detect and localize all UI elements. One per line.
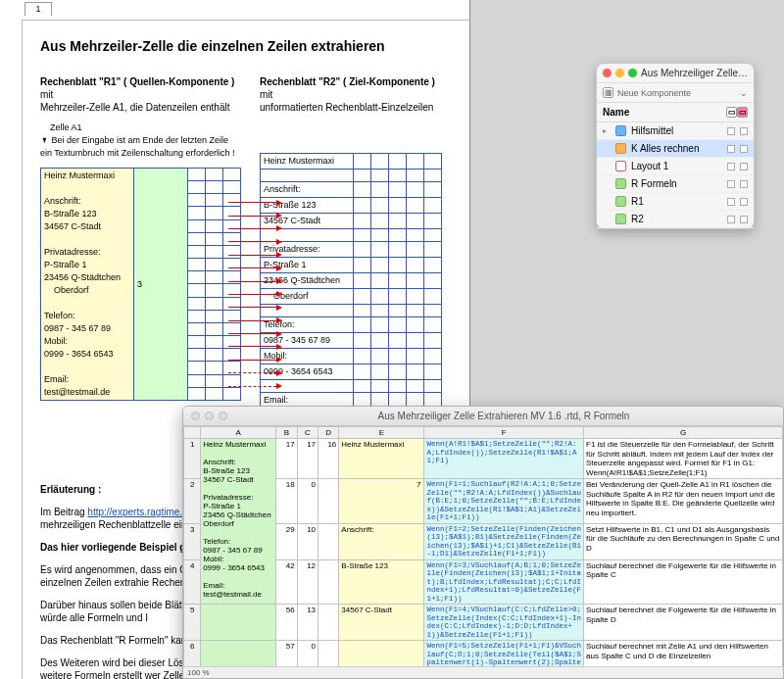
page-tab-1[interactable]: 1 bbox=[24, 2, 52, 16]
cell-d[interactable]: 16 bbox=[318, 439, 339, 479]
palette-item[interactable]: ▸Hilfsmittel bbox=[597, 122, 754, 140]
cell-e[interactable] bbox=[339, 641, 424, 667]
cell-e[interactable]: 34567 C-Stadt bbox=[339, 605, 424, 641]
new-component-icon: ▦ bbox=[603, 87, 613, 98]
cell-b[interactable]: 57 bbox=[276, 641, 298, 667]
spreadsheet-window[interactable]: Aus Mehrzeiliger Zelle Extrahieren MV 1.… bbox=[182, 406, 784, 679]
col-header[interactable]: B bbox=[276, 427, 298, 439]
zoom-icon[interactable] bbox=[219, 412, 227, 420]
cell-d[interactable] bbox=[318, 559, 339, 605]
cell-b[interactable]: 56 bbox=[276, 605, 298, 641]
inventory-palette[interactable]: Aus Mehrzeiliger Zelle… ▦ Neue Komponent… bbox=[596, 63, 755, 229]
component-icon bbox=[615, 161, 626, 171]
cell-f[interactable]: Wenn(F1=1;Suchlauf(R2!A:A;1;0;SetzeZelle… bbox=[424, 479, 584, 524]
cell-f[interactable]: Wenn(F1=4;VSuchlauf(C:C;LfdZelle>0;Setze… bbox=[424, 605, 584, 641]
palette-column-header[interactable]: Name ▭ ▭ bbox=[597, 103, 754, 122]
cell-c[interactable]: 10 bbox=[297, 523, 318, 559]
cell-a[interactable]: Heinz Mustermaxi Anschrift: B-Straße 123… bbox=[201, 439, 276, 605]
cell-e[interactable]: B-Straße 123 bbox=[339, 559, 424, 605]
palette-check-2[interactable] bbox=[740, 216, 748, 223]
palette-item[interactable]: K Alles rechnen bbox=[597, 140, 754, 158]
chevron-down-icon[interactable]: ⌄ bbox=[740, 88, 748, 98]
row-header[interactable]: 2 bbox=[184, 479, 201, 524]
spreadsheet-titlebar[interactable]: Aus Mehrzeiliger Zelle Extrahieren MV 1.… bbox=[183, 407, 783, 426]
arrow-group bbox=[228, 196, 282, 393]
row-header[interactable]: 4 bbox=[184, 559, 201, 605]
corner-cell[interactable] bbox=[184, 427, 201, 439]
cell-f[interactable]: Wenn(A!R1!$A$1;SetzeZelle("";R2!A:A;LfdI… bbox=[424, 439, 584, 479]
cell-d[interactable] bbox=[318, 523, 339, 559]
row-header[interactable]: 6 bbox=[184, 641, 201, 667]
palette-titlebar[interactable]: Aus Mehrzeiliger Zelle… bbox=[597, 64, 754, 83]
cell-c[interactable]: 12 bbox=[297, 559, 318, 605]
palette-check-1[interactable] bbox=[727, 145, 735, 153]
minimize-icon[interactable] bbox=[205, 412, 214, 420]
close-icon[interactable] bbox=[191, 412, 200, 420]
new-component-row[interactable]: ▦ Neue Komponente ⌄ bbox=[597, 83, 754, 103]
cell-g[interactable]: Suchlauf berechnet mit Zelle A1 und den … bbox=[584, 641, 783, 667]
cell-d[interactable] bbox=[318, 605, 339, 641]
palette-check-2[interactable] bbox=[740, 163, 748, 170]
disclosure-icon[interactable]: ▸ bbox=[603, 126, 611, 135]
r1-sheet[interactable]: Heinz Mustermaxi Anschrift: B-Straße 123… bbox=[40, 168, 241, 401]
col-header[interactable]: D bbox=[318, 427, 339, 439]
palette-check-2[interactable] bbox=[740, 180, 748, 188]
cell-e[interactable]: Heinz Mustermaxi bbox=[339, 439, 424, 479]
col-header[interactable]: A bbox=[201, 427, 276, 439]
palette-check-1[interactable] bbox=[727, 198, 735, 206]
palette-check-1[interactable] bbox=[727, 127, 735, 135]
palette-check-1[interactable] bbox=[727, 163, 735, 170]
palette-item[interactable]: R2 bbox=[597, 211, 754, 228]
cell-g[interactable]: Bei Veränderung der Quell-Zelle A1 in R1… bbox=[584, 479, 783, 524]
cell-b[interactable]: 29 bbox=[276, 523, 298, 559]
row-header[interactable]: 5 bbox=[184, 605, 201, 641]
palette-check-1[interactable] bbox=[727, 180, 735, 188]
r2-cell[interactable]: Heinz Mustermaxi bbox=[261, 154, 354, 170]
cell-b[interactable]: 17 bbox=[276, 439, 298, 479]
cell-g[interactable]: F1 ist die Steuerzelle für den Formelabl… bbox=[584, 439, 783, 479]
row-header[interactable]: 1 bbox=[184, 439, 201, 479]
cell-b[interactable]: 18 bbox=[276, 479, 298, 524]
cell-c[interactable]: 17 bbox=[297, 439, 318, 479]
close-icon[interactable] bbox=[603, 69, 612, 77]
cell-d[interactable] bbox=[318, 641, 339, 667]
palette-col-icon-1[interactable]: ▭ bbox=[726, 107, 737, 118]
palette-item[interactable]: Layout 1 bbox=[597, 158, 754, 175]
cell-a[interactable] bbox=[201, 641, 276, 667]
right-column: Rechenblatt "R2" ( Ziel-Komponente ) mit… bbox=[260, 75, 462, 424]
palette-check-2[interactable] bbox=[740, 198, 748, 206]
cell-c[interactable]: 13 bbox=[297, 605, 318, 641]
cell-e[interactable]: 7 bbox=[339, 479, 424, 524]
palette-check-2[interactable] bbox=[740, 145, 748, 153]
minimize-icon[interactable] bbox=[615, 69, 624, 77]
col-header[interactable]: G bbox=[584, 427, 783, 439]
palette-item[interactable]: R1 bbox=[597, 193, 754, 211]
cell-f[interactable]: Wenn(F1=2;SetzeZelle(Finden(Zeichen(13);… bbox=[424, 523, 584, 559]
cell-b[interactable]: 42 bbox=[276, 559, 298, 605]
palette-check-1[interactable] bbox=[727, 216, 735, 223]
cell-c[interactable]: 0 bbox=[297, 641, 318, 667]
palette-col-icon-2[interactable]: ▭ bbox=[737, 107, 748, 118]
row-header[interactable]: 3 bbox=[184, 523, 201, 559]
cell-e[interactable]: Anschrift: bbox=[339, 523, 424, 559]
r2-cell[interactable] bbox=[261, 170, 354, 182]
cell-g[interactable]: Suchlauf berechnet die Folgewerte für di… bbox=[584, 605, 783, 641]
r2-sheet[interactable]: Heinz MustermaxiAnschrift:B-Straße 12334… bbox=[260, 153, 442, 424]
palette-check-2[interactable] bbox=[740, 127, 748, 135]
zoom-icon[interactable] bbox=[628, 69, 637, 77]
cell-g[interactable]: Setzt Hilfswerte in B1, C1 und D1 als Au… bbox=[584, 523, 783, 559]
col-header[interactable]: E bbox=[339, 427, 424, 439]
cell-f[interactable]: Wenn(F1=3;VSuchlauf(A;B;1;0;SetzeZelle(F… bbox=[424, 559, 584, 605]
cell-c[interactable]: 0 bbox=[297, 479, 318, 524]
palette-item[interactable]: R Formeln bbox=[597, 175, 754, 193]
cell-d[interactable] bbox=[318, 479, 339, 524]
r1-cell-a1[interactable]: Heinz Mustermaxi Anschrift: B-Straße 123… bbox=[41, 169, 134, 401]
cell-g[interactable]: Suchlauf berechnet die Folgewerte für di… bbox=[584, 559, 783, 605]
spreadsheet-grid[interactable]: ABCDEFG1Heinz Mustermaxi Anschrift: B-St… bbox=[183, 426, 783, 666]
zoom-level[interactable]: 100 % bbox=[187, 668, 210, 677]
cell-a[interactable] bbox=[201, 605, 276, 641]
cell-f[interactable]: Wenn(F1=5;SetzeZelle(F1+1;F1)&VSuchlauf(… bbox=[424, 641, 584, 667]
col-header[interactable]: C bbox=[297, 427, 318, 439]
r1-cell-green[interactable]: 3 bbox=[134, 169, 188, 401]
col-header[interactable]: F bbox=[424, 427, 584, 439]
